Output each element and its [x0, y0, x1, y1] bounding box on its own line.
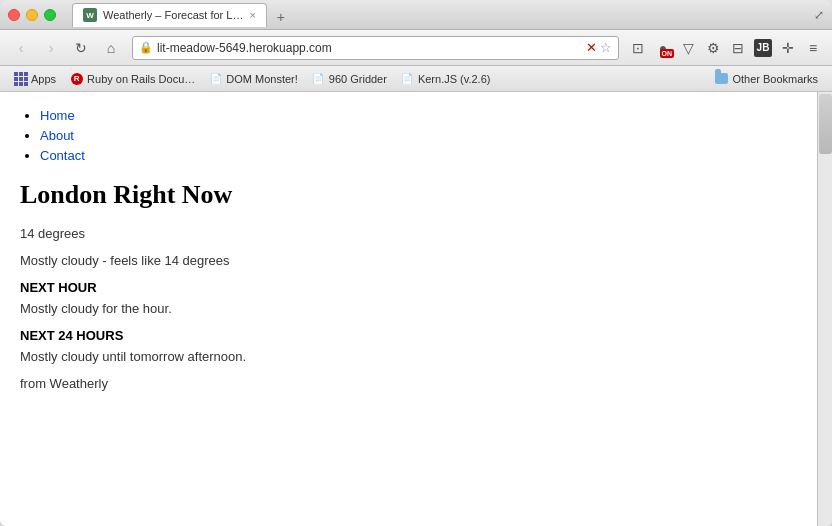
cast-icon: ⊡	[632, 40, 644, 56]
bookmark-star-icon[interactable]: ☆	[600, 40, 612, 55]
city-title: London Right Now	[20, 180, 797, 210]
bookmark-kernjs[interactable]: 📄 Kern.JS (v.2.6)	[395, 70, 497, 87]
from-text: from Weatherly	[20, 376, 797, 391]
minimize-window-button[interactable]	[26, 9, 38, 21]
next-hour-text: Mostly cloudy for the hour.	[20, 301, 797, 316]
nav-link-home[interactable]: Home	[40, 108, 797, 124]
menu-icon: ≡	[809, 40, 817, 56]
rails-label: Ruby on Rails Docu…	[87, 73, 195, 85]
page-area: Home About Contact London Right Now 14 d…	[0, 92, 832, 526]
traffic-lights	[8, 9, 56, 21]
contact-link[interactable]: Contact	[40, 148, 85, 163]
stop-icon[interactable]: ✕	[586, 40, 597, 55]
lock-icon: 🔒	[139, 41, 153, 54]
tab-title: Weatherly – Forecast for L…	[103, 9, 243, 21]
rails-icon: R	[70, 72, 83, 85]
bookmark-rails[interactable]: R Ruby on Rails Docu…	[64, 70, 201, 87]
plus-button[interactable]: ✛	[777, 37, 799, 59]
nav-link-contact[interactable]: Contact	[40, 148, 797, 164]
gridder-label: 960 Gridder	[329, 73, 387, 85]
address-text: lit-meadow-5649.herokuapp.com	[157, 41, 582, 55]
active-tab[interactable]: W Weatherly – Forecast for L… ×	[72, 3, 267, 27]
next-hour-section: NEXT HOUR Mostly cloudy for the hour.	[20, 280, 797, 316]
description-section: Mostly cloudy - feels like 14 degrees	[20, 253, 797, 268]
settings-button[interactable]: ⚙	[702, 37, 724, 59]
on-badge: ON	[660, 49, 675, 58]
scrollbar-track[interactable]	[817, 92, 832, 526]
bookmarks-right: Other Bookmarks	[709, 70, 824, 87]
address-bar-actions: ✕ ☆	[586, 40, 612, 55]
plus-icon: ✛	[782, 40, 794, 56]
nav-icons-right: ⊡ ● ON ▽ ⚙ ⊟ JB ✛ ≡	[627, 37, 824, 59]
close-window-button[interactable]	[8, 9, 20, 21]
new-tab-button[interactable]: +	[271, 7, 291, 27]
bookmarks-bar: Apps R Ruby on Rails Docu… 📄 DOM Monster…	[0, 66, 832, 92]
home-button[interactable]: ⌂	[98, 35, 124, 61]
tab-close-button[interactable]: ×	[249, 9, 255, 21]
apps-label: Apps	[31, 73, 56, 85]
address-bar[interactable]: 🔒 lit-meadow-5649.herokuapp.com ✕ ☆	[132, 36, 619, 60]
nav-bar: ‹ › ↻ ⌂ 🔒 lit-meadow-5649.herokuapp.com …	[0, 30, 832, 66]
jb-icon: JB	[754, 39, 772, 57]
maximize-window-button[interactable]	[44, 9, 56, 21]
bookmark-dom[interactable]: 📄 DOM Monster!	[203, 70, 304, 87]
page-nav-links: Home About Contact	[20, 108, 797, 164]
nav-link-about[interactable]: About	[40, 128, 797, 144]
scrollbar-thumb[interactable]	[819, 94, 832, 154]
bookmark-gridder[interactable]: 📄 960 Gridder	[306, 70, 393, 87]
next-24-label: NEXT 24 HOURS	[20, 328, 797, 343]
on-button[interactable]: ● ON	[652, 37, 674, 59]
pocket-button[interactable]: ▽	[677, 37, 699, 59]
cast-button[interactable]: ⊡	[627, 37, 649, 59]
description-text: Mostly cloudy - feels like 14 degrees	[20, 253, 797, 268]
title-bar-right: ⤢	[814, 8, 824, 22]
reload-button[interactable]: ↻	[68, 35, 94, 61]
gridder-page-icon: 📄	[312, 72, 325, 85]
temperature-section: 14 degrees	[20, 226, 797, 241]
page-content: Home About Contact London Right Now 14 d…	[0, 92, 817, 526]
forward-button[interactable]: ›	[38, 35, 64, 61]
gear-icon: ⚙	[707, 40, 720, 56]
pocket-icon: ▽	[683, 40, 694, 56]
tab-bar: W Weatherly – Forecast for L… × +	[72, 3, 814, 27]
jb-button[interactable]: JB	[752, 37, 774, 59]
temperature-text: 14 degrees	[20, 226, 797, 241]
browser-window: W Weatherly – Forecast for L… × + ⤢ ‹ › …	[0, 0, 832, 526]
screen-button[interactable]: ⊟	[727, 37, 749, 59]
about-link[interactable]: About	[40, 128, 74, 143]
apps-grid-icon	[14, 72, 27, 85]
kernjs-page-icon: 📄	[401, 72, 414, 85]
menu-button[interactable]: ≡	[802, 37, 824, 59]
screen-icon: ⊟	[732, 40, 744, 56]
restore-icon[interactable]: ⤢	[814, 8, 824, 22]
dom-page-icon: 📄	[209, 72, 222, 85]
next-hour-label: NEXT HOUR	[20, 280, 797, 295]
tab-favicon: W	[83, 8, 97, 22]
title-bar: W Weatherly – Forecast for L… × + ⤢	[0, 0, 832, 30]
folder-icon	[715, 72, 728, 85]
next-24-section: NEXT 24 HOURS Mostly cloudy until tomorr…	[20, 328, 797, 364]
dom-label: DOM Monster!	[226, 73, 298, 85]
next-24-text: Mostly cloudy until tomorrow afternoon.	[20, 349, 797, 364]
bookmark-apps[interactable]: Apps	[8, 70, 62, 87]
kernjs-label: Kern.JS (v.2.6)	[418, 73, 491, 85]
bookmark-other[interactable]: Other Bookmarks	[709, 70, 824, 87]
from-section: from Weatherly	[20, 376, 797, 391]
home-link[interactable]: Home	[40, 108, 75, 123]
back-button[interactable]: ‹	[8, 35, 34, 61]
other-label: Other Bookmarks	[732, 73, 818, 85]
